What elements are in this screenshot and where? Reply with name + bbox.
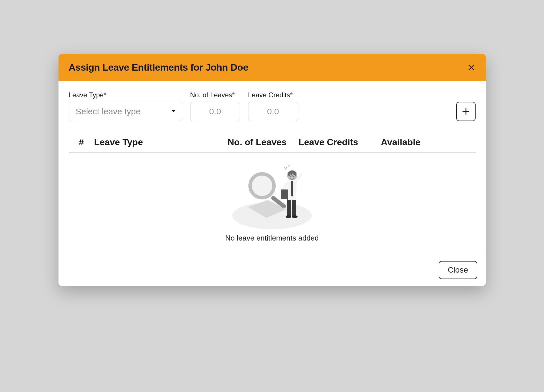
svg-rect-4 <box>287 199 291 216</box>
modal-header: Assign Leave Entitlements for John Doe <box>58 54 486 81</box>
close-icon-button[interactable] <box>467 63 476 72</box>
table-header-row: # Leave Type No. of Leaves Leave Credits… <box>69 137 476 153</box>
modal-title: Assign Leave Entitlements for John Doe <box>69 62 248 73</box>
empty-state-message: No leave entitlements added <box>225 234 319 243</box>
add-button[interactable] <box>456 102 476 121</box>
no-of-leaves-input[interactable] <box>190 102 240 121</box>
leave-type-group: Leave Type* Select leave type <box>69 91 182 121</box>
svg-point-7 <box>292 215 298 218</box>
svg-text:?: ? <box>284 166 287 171</box>
leave-type-select-wrap: Select leave type <box>69 102 182 121</box>
required-asterisk: * <box>290 91 293 99</box>
col-header-number: # <box>69 137 94 147</box>
assign-leave-modal: Assign Leave Entitlements for John Doe L… <box>58 54 486 286</box>
leave-type-select[interactable]: Select leave type <box>69 102 182 121</box>
close-button[interactable]: Close <box>439 261 477 279</box>
leave-type-label: Leave Type* <box>69 91 182 99</box>
leave-type-label-text: Leave Type <box>69 91 104 99</box>
col-header-available: Available <box>381 137 438 147</box>
no-of-leaves-group: No. of Leaves* <box>190 91 240 121</box>
no-of-leaves-label-text: No. of Leaves <box>190 91 232 99</box>
modal-body: Leave Type* Select leave type No. of Lea… <box>58 81 486 254</box>
modal-footer: Close <box>58 254 486 286</box>
col-header-leave-type: Leave Type <box>94 137 228 147</box>
plus-icon <box>462 108 470 115</box>
close-icon <box>468 64 475 71</box>
svg-rect-8 <box>281 189 288 199</box>
col-header-no-of-leaves: No. of Leaves <box>228 137 299 147</box>
no-of-leaves-label: No. of Leaves* <box>190 91 240 99</box>
leave-credits-label-text: Leave Credits <box>248 91 290 99</box>
required-asterisk: * <box>104 91 106 99</box>
svg-point-2 <box>252 176 272 196</box>
empty-state-illustration: ? ? <box>231 159 313 230</box>
col-header-leave-credits: Leave Credits <box>299 137 381 147</box>
svg-text:?: ? <box>288 164 290 168</box>
empty-state: ? ? No leave entitlements added <box>69 153 476 254</box>
leave-credits-input[interactable] <box>248 102 298 121</box>
svg-rect-5 <box>292 199 296 216</box>
leave-type-select-value: Select leave type <box>76 107 141 116</box>
svg-point-6 <box>286 215 291 218</box>
leave-credits-label: Leave Credits* <box>248 91 298 99</box>
form-row: Leave Type* Select leave type No. of Lea… <box>69 91 476 121</box>
leave-credits-group: Leave Credits* <box>248 91 298 121</box>
required-asterisk: * <box>232 91 235 99</box>
